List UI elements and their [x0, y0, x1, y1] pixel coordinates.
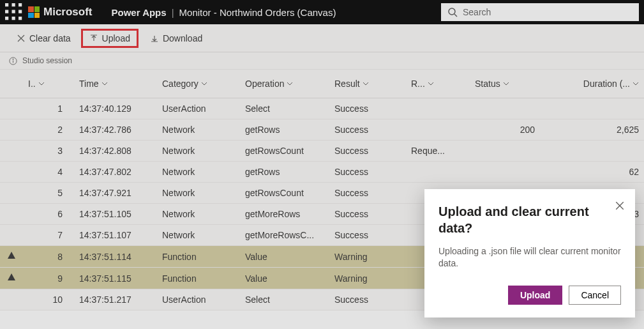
cell-time: 14:37:47.802 [74, 162, 157, 183]
microsoft-logo-icon [28, 6, 40, 18]
cell-warn [0, 289, 23, 310]
cell-warn [0, 204, 23, 225]
svg-rect-2 [19, 3, 22, 6]
cell-r [406, 119, 470, 141]
cell-r [406, 162, 470, 183]
download-button[interactable]: Download [144, 31, 209, 46]
upload-dialog: Upload and clear current data? Uploading… [424, 189, 635, 318]
cell-category: Network [157, 119, 240, 141]
cell-category: UserAction [157, 98, 240, 119]
cell-duration [540, 98, 644, 119]
dialog-upload-button[interactable]: Upload [508, 286, 562, 305]
upload-label: Upload [102, 33, 130, 43]
col-warn[interactable] [0, 70, 23, 98]
cell-result: Success [329, 183, 406, 204]
info-bar: Studio session [0, 52, 644, 70]
svg-rect-7 [12, 17, 15, 20]
chevron-down-icon [287, 80, 293, 87]
cell-id: 6 [23, 204, 74, 225]
col-id[interactable]: I.. [23, 70, 74, 98]
waffle-icon[interactable] [5, 3, 23, 21]
command-bar: Clear data Upload Download [0, 24, 644, 52]
clear-data-button[interactable]: Clear data [10, 31, 77, 46]
table-row[interactable]: 314:37:42.808NetworkgetRowsCountSuccessR… [0, 141, 644, 162]
col-category[interactable]: Category [157, 70, 240, 98]
cell-r [406, 98, 470, 119]
cell-result: Success [329, 289, 406, 310]
svg-rect-3 [5, 10, 8, 13]
microsoft-logo[interactable]: Microsoft [28, 6, 93, 19]
cell-r: Reque... [406, 141, 470, 162]
svg-rect-0 [5, 3, 8, 6]
cell-status [470, 162, 540, 183]
cell-category: Function [157, 246, 240, 268]
upload-icon [89, 34, 98, 43]
cell-category: UserAction [157, 289, 240, 310]
svg-rect-5 [19, 10, 22, 13]
cell-result: Success [329, 162, 406, 183]
breadcrumb: Power Apps | Monitor - Northwind Orders … [112, 7, 336, 18]
col-r[interactable]: R... [406, 70, 470, 98]
cell-warn [0, 268, 23, 289]
cell-id: 1 [23, 98, 74, 119]
col-duration[interactable]: Duration (... [540, 70, 644, 98]
dialog-button-row: Upload Cancel [438, 286, 621, 305]
cell-warn [0, 225, 23, 246]
chevron-down-icon [363, 80, 369, 87]
svg-rect-4 [12, 10, 15, 13]
cell-duration: 2,625 [540, 119, 644, 141]
col-time[interactable]: Time [74, 70, 157, 98]
cell-category: Network [157, 141, 240, 162]
table-row[interactable]: 414:37:47.802NetworkgetRowsSuccess62 [0, 162, 644, 183]
search-input[interactable]: Search [441, 3, 639, 21]
svg-rect-6 [5, 17, 8, 20]
col-result[interactable]: Result [329, 70, 406, 98]
cell-id: 9 [23, 268, 74, 289]
chevron-down-icon [503, 80, 509, 87]
cell-operation: getMoreRowsC... [240, 225, 329, 246]
cell-time: 14:37:42.808 [74, 141, 157, 162]
cell-result: Success [329, 119, 406, 141]
dialog-cancel-button[interactable]: Cancel [569, 286, 621, 305]
svg-rect-8 [19, 17, 22, 20]
table-row[interactable]: 214:37:42.786NetworkgetRowsSuccess2002,6… [0, 119, 644, 141]
col-status[interactable]: Status [470, 70, 540, 98]
cell-time: 14:37:51.114 [74, 246, 157, 268]
breadcrumb-divider: | [172, 7, 174, 18]
cell-warn [0, 246, 23, 268]
cell-category: Network [157, 162, 240, 183]
cell-operation: getMoreRows [240, 204, 329, 225]
dialog-close-button[interactable] [615, 201, 625, 211]
svg-point-9 [449, 8, 455, 15]
dialog-title: Upload and clear current data? [438, 203, 621, 236]
chevron-down-icon [101, 80, 108, 87]
cell-warn [0, 119, 23, 141]
cell-category: Function [157, 268, 240, 289]
cell-time: 14:37:42.786 [74, 119, 157, 141]
cell-status [470, 141, 540, 162]
cell-time: 14:37:51.115 [74, 268, 157, 289]
cell-time: 14:37:47.921 [74, 183, 157, 204]
cell-time: 14:37:51.107 [74, 225, 157, 246]
cell-operation: getRows [240, 162, 329, 183]
cell-operation: Select [240, 289, 329, 310]
cell-result: Success [329, 141, 406, 162]
cell-id: 10 [23, 289, 74, 310]
cell-operation: Select [240, 98, 329, 119]
upload-button[interactable]: Upload [81, 29, 139, 48]
cell-status: 200 [470, 119, 540, 141]
cell-id: 8 [23, 246, 74, 268]
close-icon [17, 34, 26, 43]
search-icon [447, 7, 458, 17]
svg-line-10 [454, 14, 457, 17]
cell-result: Success [329, 204, 406, 225]
col-operation[interactable]: Operation [240, 70, 329, 98]
table-row[interactable]: 114:37:40.129UserActionSelectSuccess [0, 98, 644, 119]
cell-id: 7 [23, 225, 74, 246]
cell-duration [540, 141, 644, 162]
cell-id: 5 [23, 183, 74, 204]
cell-result: Success [329, 98, 406, 119]
global-header: Microsoft Power Apps | Monitor - Northwi… [0, 0, 644, 24]
cell-result: Warning [329, 246, 406, 268]
breadcrumb-app[interactable]: Power Apps [112, 7, 167, 18]
